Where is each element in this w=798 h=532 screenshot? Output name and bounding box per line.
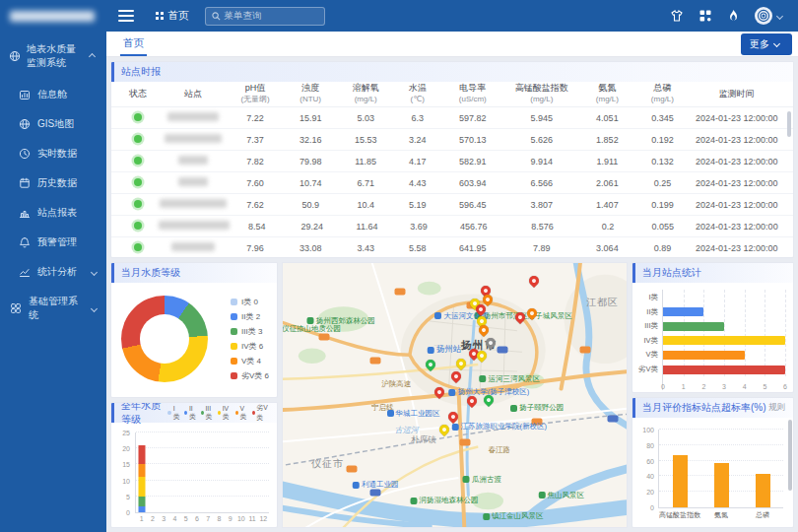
value-cell: 3.69 <box>394 222 442 232</box>
stack-segment <box>138 464 145 477</box>
donut-legend: I类 0II类 2III类 3IV类 6V类 4劣V类 6 <box>231 293 269 385</box>
dashboard-mid-row: 当月水质等级 I类 0II类 2III类 3IV类 6V类 4劣V类 6 全年水… <box>110 262 794 528</box>
sidebar-item-clock[interactable]: 实时数据 <box>0 139 106 168</box>
table-row[interactable]: 7.3732.1615.533.24570.135.6261.8520.1922… <box>111 129 793 151</box>
table-row[interactable]: 7.2215.915.036.3597.825.9454.0510.345202… <box>111 107 793 129</box>
table-row[interactable]: 7.8279.9811.854.17582.919.9141.9110.1322… <box>111 151 793 172</box>
legend-label: III类 3 <box>241 326 262 337</box>
value-cell: 8.54 <box>230 222 285 232</box>
value-cell: 597.82 <box>441 113 503 123</box>
sidebar-item-label: 信息舱 <box>37 88 100 101</box>
park-poi-icon <box>510 405 517 412</box>
search-input[interactable]: 菜单查询 <box>205 7 325 26</box>
value-cell: 603.94 <box>441 178 503 188</box>
grid-icon <box>156 12 164 20</box>
x-category: 氨氮 <box>714 510 728 520</box>
value-cell: 7.37 <box>228 135 283 145</box>
station-report-header: 站点时报 <box>111 62 793 82</box>
chevron-down-icon <box>91 268 98 275</box>
monthly-grade-panel: 当月水质等级 I类 0II类 2III类 3IV类 6V类 4劣V类 6 <box>110 262 278 398</box>
topbar: 首页 菜单查询 <box>106 0 798 32</box>
map-label-district: 仪征市 <box>311 457 344 471</box>
topbar-home-link[interactable]: 首页 <box>156 9 189 23</box>
exceed-bar <box>714 463 729 507</box>
annual-stacked-chart: 0510152025123456789101112 <box>135 432 269 513</box>
station-name-blurred <box>165 134 222 143</box>
table-row[interactable]: 7.9633.083.435.58641.957.893.0640.892024… <box>111 237 793 258</box>
theme-shirt-icon[interactable] <box>670 9 684 23</box>
hbar-bar <box>663 351 745 360</box>
sidebar-item-info[interactable]: 信息舱 <box>0 80 106 109</box>
poi-icon <box>353 482 360 489</box>
value-cell: 596.45 <box>441 200 503 210</box>
stack-segment <box>138 506 145 512</box>
sidebar-item-history[interactable]: 历史数据 <box>0 168 106 198</box>
rules-link[interactable]: 规则 <box>768 402 785 414</box>
map-label-text: 焦山风景区 <box>547 491 584 500</box>
gis-map[interactable]: 扬州市江都区仪征市朴席镇古运河沪陕高速宁启线春江路扬州站扬州西郊森林公园仪征捺山… <box>282 262 628 528</box>
sidebar-item-report[interactable]: 站点报表 <box>0 198 106 228</box>
map-label-text: 镇江金山风景区 <box>492 511 544 521</box>
time-cell: 2024-01-23 12:00:00 <box>690 243 783 253</box>
flame-icon[interactable] <box>727 9 740 23</box>
value-cell: 456.76 <box>442 222 504 232</box>
status-dot-green <box>134 135 142 143</box>
exceed-rate-panel: 当月评价指标站点超标率(%) 规则 020406080100高锰酸盐指数氨氮总磷 <box>632 397 794 528</box>
value-cell: 570.13 <box>441 135 503 145</box>
value-cell: 79.98 <box>283 157 338 166</box>
value-cell: 32.16 <box>283 135 338 145</box>
tab-home[interactable]: 首页 <box>120 32 147 56</box>
column-header: pH值(无量纲) <box>228 83 283 104</box>
table-row[interactable]: 7.6250.910.45.19596.453.8071.4070.199202… <box>111 194 793 216</box>
x-tick: 4 <box>172 515 176 522</box>
value-cell: 29.24 <box>285 222 340 232</box>
value-cell: 0.199 <box>634 200 690 210</box>
station-report-panel: 站点时报 状态站点pH值(无量纲)浊度(NTU)溶解氧(mg/L)水温(℃)电导… <box>110 61 794 258</box>
sidebar-item-system-root[interactable]: 地表水质量监测系统 <box>0 32 106 80</box>
hamburger-menu-icon[interactable] <box>118 7 134 25</box>
value-cell: 3.43 <box>338 243 393 253</box>
layout-grid-icon[interactable] <box>698 9 712 23</box>
map-label-bluepoi: 华城工业园区 <box>387 409 440 419</box>
annual-legend: I类II类III类IV类V类劣V类 <box>167 403 269 423</box>
user-menu[interactable] <box>755 7 786 25</box>
stacked-bar <box>138 445 145 512</box>
more-button[interactable]: 更多 <box>741 33 792 55</box>
app-root: 地表水质量监测系统 信息舱GIS地图实时数据历史数据站点报表预警管理统计分析基础… <box>0 0 798 532</box>
topbar-home-label: 首页 <box>168 9 189 23</box>
gridline <box>136 480 269 481</box>
hbar-bar <box>663 336 785 345</box>
x-tick: 2 <box>151 515 155 522</box>
legend-item: 劣V类 <box>252 403 269 423</box>
y-tick: 100 <box>642 427 654 433</box>
annual-grade-title: 全年水质等级 <box>121 402 167 427</box>
sidebar-item-bell[interactable]: 预警管理 <box>0 228 106 257</box>
sidebar-item-trend[interactable]: 统计分析 <box>0 257 106 287</box>
y-tick: 80 <box>646 441 654 448</box>
legend-swatch <box>231 358 237 365</box>
value-cell: 6.71 <box>338 178 393 188</box>
panel-scrollbar-thumb[interactable] <box>788 420 792 491</box>
table-row[interactable]: 7.6010.746.714.43603.946.5662.0610.25202… <box>111 172 793 194</box>
report-icon <box>19 207 31 219</box>
trend-icon <box>19 266 31 278</box>
station-cell <box>159 156 228 166</box>
sidebar-item-cube[interactable]: 基础管理系统 <box>0 287 106 330</box>
right-column: 当月站点统计 I类II类III类IV类V类劣V类 0123456 当月评价指标站… <box>632 262 794 528</box>
donut-chart <box>121 296 208 382</box>
station-cell <box>159 112 228 123</box>
map-label-text: 江苏旅游职业学院(新校区) <box>461 422 548 432</box>
value-cell: 1.852 <box>579 135 634 145</box>
value-cell: 10.4 <box>338 200 393 210</box>
map-label-text: 仪征捺山地质公园 <box>282 324 341 334</box>
value-cell: 0.2 <box>580 222 635 232</box>
main-area: 首页 菜单查询 <box>106 0 798 532</box>
table-scrollbar-thumb[interactable] <box>787 111 791 137</box>
stack-segment <box>138 477 145 496</box>
sidebar-item-globe[interactable]: GIS地图 <box>0 109 106 139</box>
table-row[interactable]: 8.5429.2411.643.69456.768.5760.20.055202… <box>111 216 793 237</box>
legend-swatch <box>218 411 221 416</box>
map-label-water: 古运河 <box>395 424 419 434</box>
map-label-town: 朴席镇 <box>411 434 436 446</box>
map-label-bluepoi: 江苏旅游职业学院(新校区) <box>452 422 548 432</box>
